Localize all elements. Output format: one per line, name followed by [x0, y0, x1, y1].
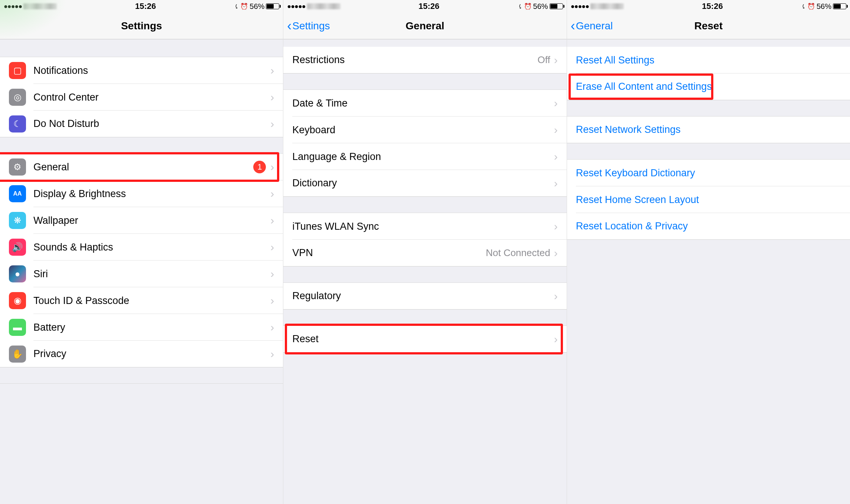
row-vpn[interactable]: VPN Not Connected ›: [283, 240, 566, 266]
row-reset-keyboard-dict[interactable]: Reset Keyboard Dictionary: [567, 160, 850, 186]
row-itunes-wlan-sync[interactable]: iTunes WLAN Sync ›: [283, 213, 566, 240]
group-sync: iTunes WLAN Sync › VPN Not Connected ›: [283, 213, 566, 266]
battery-icon: [266, 3, 279, 9]
row-siri[interactable]: ● Siri ›: [0, 261, 283, 287]
row-privacy[interactable]: ✋ Privacy ›: [0, 341, 283, 367]
alarm-icon: ⏰: [807, 3, 815, 10]
row-label: Reset All Settings: [576, 55, 841, 66]
sounds-icon: 🔊: [9, 239, 26, 256]
chevron-right-icon: ›: [270, 161, 274, 173]
status-time: 15:26: [135, 1, 156, 11]
row-language-region[interactable]: Language & Region ›: [283, 143, 566, 170]
row-label: Reset Keyboard Dictionary: [576, 167, 841, 179]
row-label: Reset Home Screen Layout: [576, 194, 841, 206]
row-do-not-disturb[interactable]: ☾ Do Not Disturb ›: [0, 111, 283, 137]
nav-bar: ‹ General Reset: [567, 13, 850, 39]
chevron-right-icon: ›: [270, 91, 274, 104]
page-title: Reset: [694, 20, 723, 32]
row-regulatory[interactable]: Regulatory ›: [283, 283, 566, 310]
row-label: Reset Network Settings: [576, 124, 841, 135]
status-time: 15:26: [419, 1, 439, 11]
row-touch-id[interactable]: ◉ Touch ID & Passcode ›: [0, 287, 283, 314]
fingerprint-icon: ◉: [9, 292, 26, 309]
page-title: General: [406, 20, 444, 32]
row-label: Erase All Content and Settings: [576, 81, 841, 92]
alarm-icon: ⏰: [240, 3, 248, 10]
row-detail: Off: [537, 54, 550, 66]
row-label: VPN: [292, 247, 486, 259]
content[interactable]: ▢ Notifications › ◎ Control Center › ☾ D…: [0, 39, 283, 504]
signal-icon: ●●●●●: [571, 3, 589, 10]
notification-badge: 1: [253, 161, 266, 173]
row-reset-all-settings[interactable]: Reset All Settings: [567, 47, 850, 73]
row-display-brightness[interactable]: AA Display & Brightness ›: [0, 180, 283, 207]
row-label: Privacy: [33, 348, 270, 360]
alarm-icon: ⏰: [524, 3, 532, 10]
rotation-lock-icon: ⤹: [518, 3, 522, 10]
status-bar: ●●●●● 15:26 ⤹ ⏰ 56%: [0, 0, 283, 13]
group-regulatory: Regulatory ›: [283, 283, 566, 310]
carrier-label: [23, 3, 57, 9]
row-label: Display & Brightness: [33, 188, 270, 200]
dnd-icon: ☾: [9, 115, 26, 132]
group-reset-top: Reset All Settings Erase All Content and…: [567, 47, 850, 100]
row-date-time[interactable]: Date & Time ›: [283, 90, 566, 117]
row-general[interactable]: ⚙ General 1 ›: [0, 154, 283, 180]
row-label: Date & Time: [292, 98, 554, 109]
siri-icon: ●: [9, 265, 26, 282]
row-reset-location-privacy[interactable]: Reset Location & Privacy: [567, 213, 850, 240]
row-restrictions[interactable]: Restrictions Off ›: [283, 47, 566, 73]
content[interactable]: Restrictions Off › Date & Time › Keyboar…: [283, 39, 566, 504]
row-label: Battery: [33, 322, 270, 333]
row-notifications[interactable]: ▢ Notifications ›: [0, 57, 283, 84]
carrier-label: [307, 3, 341, 9]
content[interactable]: Reset All Settings Erase All Content and…: [567, 39, 850, 504]
chevron-right-icon: ›: [270, 321, 274, 334]
chevron-right-icon: ›: [554, 177, 558, 190]
row-label: General: [33, 161, 253, 173]
row-label: Siri: [33, 268, 270, 280]
nav-bar: Settings: [0, 13, 283, 39]
rotation-lock-icon: ⤹: [234, 3, 239, 10]
group-reset: Reset ›: [283, 326, 566, 353]
row-label: Control Center: [33, 92, 270, 103]
row-dictionary[interactable]: Dictionary ›: [283, 170, 566, 197]
row-reset-home-layout[interactable]: Reset Home Screen Layout: [567, 186, 850, 213]
signal-icon: ●●●●●: [4, 3, 22, 10]
row-detail: Not Connected: [486, 247, 550, 259]
chevron-right-icon: ›: [270, 187, 274, 200]
group-reset-misc: Reset Keyboard Dictionary Reset Home Scr…: [567, 160, 850, 240]
chevron-right-icon: ›: [270, 348, 274, 360]
row-label: Reset Location & Privacy: [576, 220, 841, 232]
battery-icon: [833, 3, 846, 9]
row-control-center[interactable]: ◎ Control Center ›: [0, 84, 283, 111]
row-label: Dictionary: [292, 177, 554, 189]
chevron-right-icon: ›: [554, 124, 558, 136]
row-label: Reset: [292, 333, 554, 345]
row-reset[interactable]: Reset ›: [283, 326, 566, 353]
chevron-right-icon: ›: [270, 294, 274, 307]
row-label: Regulatory: [292, 290, 554, 302]
row-reset-network[interactable]: Reset Network Settings: [567, 117, 850, 143]
back-button[interactable]: ‹ Settings: [287, 19, 330, 33]
chevron-right-icon: ›: [270, 214, 274, 227]
screen-reset: ●●●●● 15:26 ⤹ ⏰ 56% ‹ General Reset Rese…: [567, 0, 850, 504]
chevron-right-icon: ›: [554, 150, 558, 163]
row-wallpaper[interactable]: ❋ Wallpaper ›: [0, 207, 283, 234]
row-keyboard[interactable]: Keyboard ›: [283, 117, 566, 143]
rotation-lock-icon: ⤹: [801, 3, 806, 10]
row-label: Sounds & Haptics: [33, 242, 270, 253]
row-erase-all-content[interactable]: Erase All Content and Settings: [567, 73, 850, 100]
chevron-right-icon: ›: [270, 241, 274, 253]
wallpaper-icon: ❋: [9, 212, 26, 229]
row-label: Touch ID & Passcode: [33, 295, 270, 307]
battery-percent: 56%: [817, 2, 831, 11]
group-reset-network: Reset Network Settings: [567, 117, 850, 143]
chevron-right-icon: ›: [554, 247, 558, 259]
chevron-right-icon: ›: [554, 97, 558, 109]
chevron-right-icon: ›: [270, 268, 274, 280]
row-sounds-haptics[interactable]: 🔊 Sounds & Haptics ›: [0, 234, 283, 261]
back-button[interactable]: ‹ General: [571, 19, 613, 33]
row-battery[interactable]: ▬ Battery ›: [0, 314, 283, 341]
settings-group-1: ▢ Notifications › ◎ Control Center › ☾ D…: [0, 57, 283, 137]
